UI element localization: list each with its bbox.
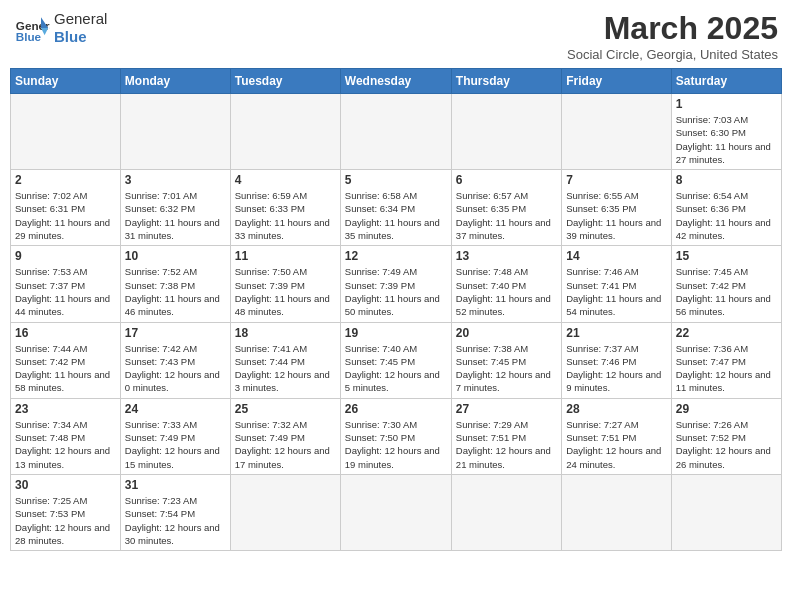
calendar-cell	[230, 474, 340, 550]
calendar-week-row: 2Sunrise: 7:02 AM Sunset: 6:31 PM Daylig…	[11, 170, 782, 246]
calendar-cell: 30Sunrise: 7:25 AM Sunset: 7:53 PM Dayli…	[11, 474, 121, 550]
day-number: 15	[676, 249, 777, 263]
calendar-cell	[340, 474, 451, 550]
day-info: Sunrise: 7:01 AM Sunset: 6:32 PM Dayligh…	[125, 189, 226, 242]
calendar-cell: 10Sunrise: 7:52 AM Sunset: 7:38 PM Dayli…	[120, 246, 230, 322]
day-number: 25	[235, 402, 336, 416]
calendar-cell: 29Sunrise: 7:26 AM Sunset: 7:52 PM Dayli…	[671, 398, 781, 474]
day-info: Sunrise: 7:49 AM Sunset: 7:39 PM Dayligh…	[345, 265, 447, 318]
calendar-cell: 4Sunrise: 6:59 AM Sunset: 6:33 PM Daylig…	[230, 170, 340, 246]
calendar-cell: 31Sunrise: 7:23 AM Sunset: 7:54 PM Dayli…	[120, 474, 230, 550]
calendar-cell: 2Sunrise: 7:02 AM Sunset: 6:31 PM Daylig…	[11, 170, 121, 246]
calendar-cell: 12Sunrise: 7:49 AM Sunset: 7:39 PM Dayli…	[340, 246, 451, 322]
day-number: 16	[15, 326, 116, 340]
day-info: Sunrise: 7:52 AM Sunset: 7:38 PM Dayligh…	[125, 265, 226, 318]
logo-icon: General Blue	[14, 10, 50, 46]
calendar-cell	[562, 94, 671, 170]
day-number: 4	[235, 173, 336, 187]
logo-blue: Blue	[54, 28, 107, 46]
calendar-cell: 19Sunrise: 7:40 AM Sunset: 7:45 PM Dayli…	[340, 322, 451, 398]
day-number: 1	[676, 97, 777, 111]
day-number: 29	[676, 402, 777, 416]
day-number: 7	[566, 173, 666, 187]
day-info: Sunrise: 7:30 AM Sunset: 7:50 PM Dayligh…	[345, 418, 447, 471]
day-info: Sunrise: 7:25 AM Sunset: 7:53 PM Dayligh…	[15, 494, 116, 547]
calendar-cell: 22Sunrise: 7:36 AM Sunset: 7:47 PM Dayli…	[671, 322, 781, 398]
day-number: 13	[456, 249, 557, 263]
day-info: Sunrise: 7:45 AM Sunset: 7:42 PM Dayligh…	[676, 265, 777, 318]
day-number: 30	[15, 478, 116, 492]
calendar-table: SundayMondayTuesdayWednesdayThursdayFrid…	[10, 68, 782, 551]
calendar-cell	[120, 94, 230, 170]
calendar-cell	[11, 94, 121, 170]
day-info: Sunrise: 6:57 AM Sunset: 6:35 PM Dayligh…	[456, 189, 557, 242]
logo: General Blue General Blue	[14, 10, 107, 46]
day-info: Sunrise: 7:33 AM Sunset: 7:49 PM Dayligh…	[125, 418, 226, 471]
calendar-cell: 15Sunrise: 7:45 AM Sunset: 7:42 PM Dayli…	[671, 246, 781, 322]
day-number: 3	[125, 173, 226, 187]
day-number: 10	[125, 249, 226, 263]
day-number: 2	[15, 173, 116, 187]
calendar-cell: 1Sunrise: 7:03 AM Sunset: 6:30 PM Daylig…	[671, 94, 781, 170]
calendar-cell: 25Sunrise: 7:32 AM Sunset: 7:49 PM Dayli…	[230, 398, 340, 474]
day-info: Sunrise: 6:59 AM Sunset: 6:33 PM Dayligh…	[235, 189, 336, 242]
day-info: Sunrise: 6:54 AM Sunset: 6:36 PM Dayligh…	[676, 189, 777, 242]
day-number: 18	[235, 326, 336, 340]
calendar-cell: 11Sunrise: 7:50 AM Sunset: 7:39 PM Dayli…	[230, 246, 340, 322]
day-number: 20	[456, 326, 557, 340]
day-number: 26	[345, 402, 447, 416]
calendar-cell: 7Sunrise: 6:55 AM Sunset: 6:35 PM Daylig…	[562, 170, 671, 246]
day-number: 12	[345, 249, 447, 263]
day-number: 6	[456, 173, 557, 187]
day-info: Sunrise: 7:42 AM Sunset: 7:43 PM Dayligh…	[125, 342, 226, 395]
day-info: Sunrise: 7:53 AM Sunset: 7:37 PM Dayligh…	[15, 265, 116, 318]
day-info: Sunrise: 7:32 AM Sunset: 7:49 PM Dayligh…	[235, 418, 336, 471]
calendar-week-row: 9Sunrise: 7:53 AM Sunset: 7:37 PM Daylig…	[11, 246, 782, 322]
calendar-cell: 16Sunrise: 7:44 AM Sunset: 7:42 PM Dayli…	[11, 322, 121, 398]
calendar-cell: 14Sunrise: 7:46 AM Sunset: 7:41 PM Dayli…	[562, 246, 671, 322]
day-info: Sunrise: 7:46 AM Sunset: 7:41 PM Dayligh…	[566, 265, 666, 318]
col-header-sunday: Sunday	[11, 69, 121, 94]
calendar-cell: 27Sunrise: 7:29 AM Sunset: 7:51 PM Dayli…	[451, 398, 561, 474]
logo-general: General	[54, 10, 107, 28]
day-info: Sunrise: 7:36 AM Sunset: 7:47 PM Dayligh…	[676, 342, 777, 395]
day-info: Sunrise: 7:41 AM Sunset: 7:44 PM Dayligh…	[235, 342, 336, 395]
day-number: 24	[125, 402, 226, 416]
day-number: 28	[566, 402, 666, 416]
col-header-saturday: Saturday	[671, 69, 781, 94]
svg-text:Blue: Blue	[16, 30, 42, 43]
day-info: Sunrise: 6:55 AM Sunset: 6:35 PM Dayligh…	[566, 189, 666, 242]
col-header-tuesday: Tuesday	[230, 69, 340, 94]
calendar-week-row: 16Sunrise: 7:44 AM Sunset: 7:42 PM Dayli…	[11, 322, 782, 398]
day-info: Sunrise: 7:23 AM Sunset: 7:54 PM Dayligh…	[125, 494, 226, 547]
calendar-cell: 3Sunrise: 7:01 AM Sunset: 6:32 PM Daylig…	[120, 170, 230, 246]
calendar-cell: 17Sunrise: 7:42 AM Sunset: 7:43 PM Dayli…	[120, 322, 230, 398]
calendar-cell	[451, 94, 561, 170]
title-block: March 2025 Social Circle, Georgia, Unite…	[567, 10, 778, 62]
col-header-wednesday: Wednesday	[340, 69, 451, 94]
day-number: 17	[125, 326, 226, 340]
calendar-cell: 26Sunrise: 7:30 AM Sunset: 7:50 PM Dayli…	[340, 398, 451, 474]
col-header-thursday: Thursday	[451, 69, 561, 94]
day-number: 31	[125, 478, 226, 492]
day-number: 19	[345, 326, 447, 340]
day-info: Sunrise: 7:48 AM Sunset: 7:40 PM Dayligh…	[456, 265, 557, 318]
calendar-cell: 6Sunrise: 6:57 AM Sunset: 6:35 PM Daylig…	[451, 170, 561, 246]
col-header-monday: Monday	[120, 69, 230, 94]
day-info: Sunrise: 7:40 AM Sunset: 7:45 PM Dayligh…	[345, 342, 447, 395]
day-number: 9	[15, 249, 116, 263]
calendar-cell: 20Sunrise: 7:38 AM Sunset: 7:45 PM Dayli…	[451, 322, 561, 398]
col-header-friday: Friday	[562, 69, 671, 94]
calendar-cell: 24Sunrise: 7:33 AM Sunset: 7:49 PM Dayli…	[120, 398, 230, 474]
day-info: Sunrise: 7:37 AM Sunset: 7:46 PM Dayligh…	[566, 342, 666, 395]
calendar-cell: 9Sunrise: 7:53 AM Sunset: 7:37 PM Daylig…	[11, 246, 121, 322]
day-number: 23	[15, 402, 116, 416]
calendar-cell: 18Sunrise: 7:41 AM Sunset: 7:44 PM Dayli…	[230, 322, 340, 398]
day-number: 27	[456, 402, 557, 416]
day-number: 21	[566, 326, 666, 340]
day-info: Sunrise: 7:29 AM Sunset: 7:51 PM Dayligh…	[456, 418, 557, 471]
day-info: Sunrise: 7:50 AM Sunset: 7:39 PM Dayligh…	[235, 265, 336, 318]
month-title: March 2025	[567, 10, 778, 47]
calendar-cell	[562, 474, 671, 550]
calendar-cell: 21Sunrise: 7:37 AM Sunset: 7:46 PM Dayli…	[562, 322, 671, 398]
